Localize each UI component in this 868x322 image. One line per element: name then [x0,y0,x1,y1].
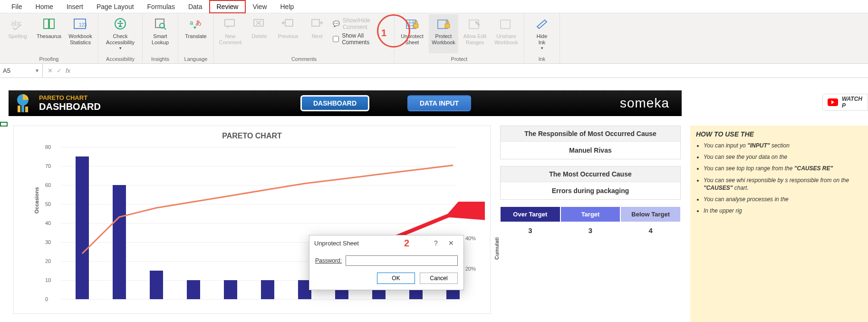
side-column: The Responsible of Most Occurred Cause M… [500,126,681,239]
most-cause-value: Errors during packaging [501,182,680,199]
spelling-button[interactable]: abc Spelling [3,14,32,53]
target-value: 3 [560,222,621,239]
show-hide-icon: 💬 [333,20,340,27]
ok-button[interactable]: OK [377,273,415,284]
delete-comment-label: Delete [251,33,267,39]
watch-video-button[interactable]: WATCH P [822,94,868,111]
workbook-stats-label: Workbook Statistics [68,33,92,46]
dashboard-logo: PARETO CHART DASHBOARD [9,92,101,114]
hide-ink-label: Hide Ink [537,33,548,46]
spelling-icon: abc [10,16,25,31]
group-comments: New Comment Delete Previous Next 💬Show/H… [214,13,395,64]
tab-file[interactable]: File [5,1,29,12]
help-panel: HOW TO USE THE You can input yo "INPUT" … [690,126,868,322]
allow-edit-ranges-button[interactable]: Allow Edit Ranges [460,14,490,53]
password-input[interactable] [346,255,458,266]
cell-selection [0,122,8,127]
thesaurus-icon [41,16,57,31]
help-item: In the upper rig [704,207,862,215]
delete-comment-button[interactable]: Delete [246,14,273,53]
password-label: Password: [315,257,342,264]
help-item: You can see top top range from the "CAUS… [704,165,862,172]
next-comment-button[interactable]: Next [304,14,331,53]
svg-text:123: 123 [79,22,87,28]
tab-review[interactable]: Review [209,0,246,13]
tab-insert[interactable]: Insert [60,1,90,12]
smart-lookup-label: Smart Lookup [152,33,169,46]
group-insights: Smart Lookup Insights [143,13,178,64]
below-target-value: 4 [620,222,681,239]
svg-point-6 [119,20,121,22]
thesaurus-button[interactable]: Thesaurus [34,14,64,53]
dashboard-tab-button[interactable]: DASHBOARD [300,95,369,111]
group-ink-label: Ink [539,55,546,64]
protect-workbook-label: Protect Workbook [432,33,455,46]
svg-line-9 [164,28,166,29]
hide-ink-button[interactable]: Hide Ink ▾ [527,14,557,53]
svg-rect-27 [501,20,510,29]
unshare-workbook-button[interactable]: Unshare Workbook [492,14,521,53]
dialog-titlebar[interactable]: Unprotect Sheet 2 ? ✕ [309,235,463,251]
dialog-help-icon[interactable]: ? [428,239,444,247]
unshare-label: Unshare Workbook [494,33,518,46]
group-language-label: Language [184,55,208,64]
target-header: Target [560,206,621,222]
dialog-title-text: Unprotect Sheet [314,240,359,247]
allow-edit-label: Allow Edit Ranges [463,33,486,46]
smart-lookup-button[interactable]: Smart Lookup [145,14,175,53]
prev-comment-icon [280,16,296,31]
most-cause-title: The Most Occurred Cause [501,166,680,182]
formula-bar: A5▼ ✕ ✓ fx [0,64,868,78]
annotation-number-2: 2 [404,238,409,249]
unprotect-sheet-icon [405,16,420,31]
youtube-icon [828,98,838,106]
tab-page-layout[interactable]: Page Layout [90,1,141,12]
workbook-stats-button[interactable]: 123 Workbook Statistics [66,14,95,53]
svg-rect-29 [18,106,20,112]
data-input-tab-button[interactable]: DATA INPUT [407,95,471,111]
svg-rect-25 [445,24,450,28]
cancel-formula-icon[interactable]: ✕ [48,67,53,74]
svg-rect-16 [285,20,293,26]
formula-input[interactable] [78,64,868,78]
check-accessibility-button[interactable]: Check Accessibility ▾ [101,14,139,53]
svg-text:あ: あ [195,19,202,26]
svg-rect-12 [225,20,234,26]
fx-icon[interactable]: fx [66,67,73,74]
smart-lookup-icon [153,16,168,31]
svg-rect-2 [49,19,54,29]
worksheet[interactable]: PARETO CHART DASHBOARD DASHBOARD DATA IN… [0,78,868,322]
responsible-value: Manuel Rivas [501,142,680,159]
group-insights-label: Insights [151,55,169,64]
tab-help[interactable]: Help [274,1,301,12]
new-comment-icon [222,16,238,31]
dashboard-title: DASHBOARD [39,101,101,112]
protect-workbook-icon [436,16,451,31]
cancel-button[interactable]: Cancel [420,273,458,284]
name-box[interactable]: A5▼ [0,64,43,78]
allow-edit-icon [467,16,482,31]
enter-formula-icon[interactable]: ✓ [57,67,62,74]
protect-workbook-button[interactable]: Protect Workbook [429,14,458,53]
dialog-close-icon[interactable]: ✕ [444,239,459,247]
translate-button[interactable]: aあ Translate [181,14,211,53]
prev-comment-button[interactable]: Previous [275,14,302,53]
prev-comment-label: Previous [278,33,299,39]
unprotect-sheet-button[interactable]: Unprotect Sheet [397,14,427,53]
dashboard-header: PARETO CHART DASHBOARD DASHBOARD DATA IN… [9,90,682,116]
tab-data[interactable]: Data [182,1,209,12]
group-ink: Hide Ink ▾ Ink [524,13,560,64]
new-comment-label: New Comment [219,33,242,46]
group-proofing-label: Proofing [39,55,59,64]
tab-home[interactable]: Home [29,1,60,12]
accessibility-icon [113,16,128,31]
ribbon-tabs: File Home Insert Page Layout Formulas Da… [0,0,868,13]
svg-rect-30 [21,104,24,112]
new-comment-button[interactable]: New Comment [217,14,244,53]
group-protect: Unprotect Sheet Protect Workbook Allow E… [395,13,524,64]
tab-view[interactable]: View [246,1,273,12]
responsible-title: The Responsible of Most Occurred Cause [501,126,680,142]
group-comments-label: Comments [291,55,317,64]
group-accessibility-label: Accessibility [106,55,135,64]
tab-formulas[interactable]: Formulas [141,1,182,12]
